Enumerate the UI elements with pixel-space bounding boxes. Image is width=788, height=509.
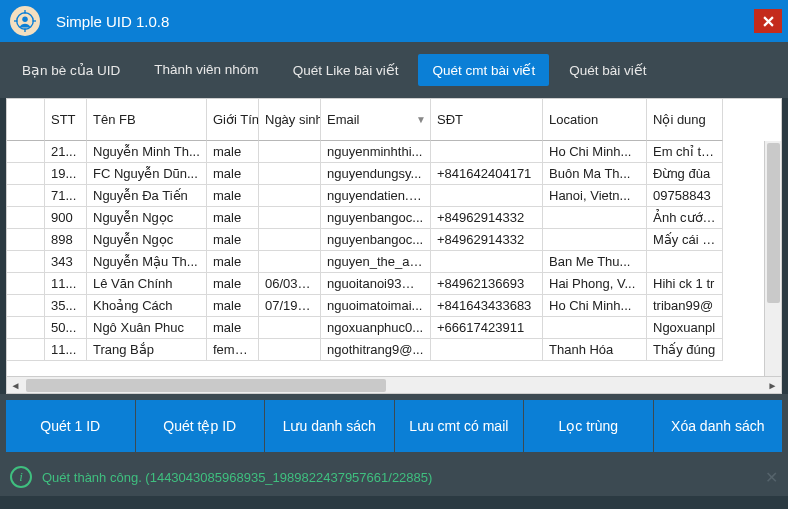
action-quét-tệp-id[interactable]: Quét tệp ID (136, 400, 266, 452)
table-cell: Hihi ck 1 tr (647, 273, 723, 295)
table-cell: 898 (45, 229, 87, 251)
table-cell: Nguyễn Đa Tiến (87, 185, 207, 207)
table-cell: nguyen_the_an... (321, 251, 431, 273)
table-cell: +66617423911 (431, 317, 543, 339)
action-lưu-cmt-có-mail[interactable]: Lưu cmt có mail (395, 400, 525, 452)
table-cell (259, 317, 321, 339)
table-cell (431, 185, 543, 207)
scroll-right-icon[interactable]: ► (764, 377, 781, 394)
tab-quét-like-bài-viết[interactable]: Quét Like bài viết (279, 54, 413, 86)
row-selector[interactable] (7, 185, 45, 207)
table-cell: 09758843 (647, 185, 723, 207)
table-cell: nguyendatien.v... (321, 185, 431, 207)
table-cell: Mấy cái nà (647, 229, 723, 251)
table-cell: nguyendungsy... (321, 163, 431, 185)
table-cell (259, 207, 321, 229)
action-xóa-danh-sách[interactable]: Xóa danh sách (654, 400, 783, 452)
table-cell (259, 339, 321, 361)
table-cell: 50... (45, 317, 87, 339)
column-header[interactable]: Giới Tính (207, 99, 259, 141)
table-cell: Ngô Xuân Phuc (87, 317, 207, 339)
action-lọc-trùng[interactable]: Lọc trùng (524, 400, 654, 452)
table-cell: Thanh Hóa (543, 339, 647, 361)
row-selector[interactable] (7, 229, 45, 251)
table-cell: Nguyễn Mậu Th... (87, 251, 207, 273)
table-cell: 11... (45, 339, 87, 361)
table-cell (543, 207, 647, 229)
column-header[interactable]: SĐT (431, 99, 543, 141)
table-cell: +84962914332 (431, 229, 543, 251)
svg-point-1 (22, 16, 28, 22)
table-cell: Hai Phong, V... (543, 273, 647, 295)
tab-bạn-bè-của-uid[interactable]: Bạn bè của UID (8, 54, 134, 86)
tab-bar: Bạn bè của UIDThành viên nhómQuét Like b… (0, 42, 788, 98)
table-cell: female (207, 339, 259, 361)
table-cell: Khoảng Cách (87, 295, 207, 317)
table-cell: 21... (45, 141, 87, 163)
table-cell: 06/03/1... (259, 273, 321, 295)
column-header[interactable]: Nội dung (647, 99, 723, 141)
action-quét-1-id[interactable]: Quét 1 ID (6, 400, 136, 452)
table-cell: 19... (45, 163, 87, 185)
scroll-left-icon[interactable]: ◄ (7, 377, 24, 394)
table-cell: Buôn Ma Th... (543, 163, 647, 185)
row-selector[interactable] (7, 295, 45, 317)
table-cell: 71... (45, 185, 87, 207)
tab-thành-viên-nhóm[interactable]: Thành viên nhóm (140, 54, 272, 86)
table-cell (431, 141, 543, 163)
tab-quét-bài-viết[interactable]: Quét bài viết (555, 54, 660, 86)
row-selector[interactable] (7, 317, 45, 339)
table-cell: Hanoi, Vietn... (543, 185, 647, 207)
row-selector[interactable] (7, 141, 45, 163)
action-bar: Quét 1 IDQuét tệp IDLưu danh sáchLưu cmt… (0, 394, 788, 460)
row-selector[interactable] (7, 251, 45, 273)
column-header[interactable]: Ngày sinh (259, 99, 321, 141)
horizontal-scrollbar[interactable]: ◄ ► (7, 376, 781, 393)
table-cell: Em chỉ thấ (647, 141, 723, 163)
data-table: STTTên FBGiới TínhNgày sinhEmail▼SĐTLoca… (6, 98, 782, 394)
table-cell: Ho Chi Minh... (543, 141, 647, 163)
table-cell: 11... (45, 273, 87, 295)
column-header[interactable]: STT (45, 99, 87, 141)
column-header[interactable]: Tên FB (87, 99, 207, 141)
column-header[interactable]: Location (543, 99, 647, 141)
table-cell (647, 251, 723, 273)
table-cell (543, 229, 647, 251)
table-cell: +84962914332 (431, 207, 543, 229)
table-cell (431, 339, 543, 361)
table-cell: male (207, 229, 259, 251)
table-cell: ngoxuanphuc0... (321, 317, 431, 339)
table-cell: 35... (45, 295, 87, 317)
table-cell: +841642404171 (431, 163, 543, 185)
row-selector[interactable] (7, 207, 45, 229)
vertical-scrollbar[interactable] (764, 141, 781, 376)
column-header[interactable] (7, 99, 45, 141)
action-lưu-danh-sách[interactable]: Lưu danh sách (265, 400, 395, 452)
tab-quét-cmt-bài-viết[interactable]: Quét cmt bài viết (418, 54, 549, 86)
table-cell: Nguyễn Ngọc (87, 229, 207, 251)
table-cell: Ảnh cưới e (647, 207, 723, 229)
table-cell: FC Nguyễn Dũn... (87, 163, 207, 185)
close-button[interactable] (754, 9, 782, 33)
row-selector[interactable] (7, 163, 45, 185)
table-cell: Ngoxuanpl (647, 317, 723, 339)
table-cell: +841643433683 (431, 295, 543, 317)
row-selector[interactable] (7, 273, 45, 295)
row-selector[interactable] (7, 339, 45, 361)
table-cell: 343 (45, 251, 87, 273)
column-header[interactable]: Email▼ (321, 99, 431, 141)
table-cell: Ho Chi Minh... (543, 295, 647, 317)
table-cell (259, 141, 321, 163)
table-cell (259, 185, 321, 207)
table-cell: male (207, 251, 259, 273)
table-cell: nguyenbangoc... (321, 229, 431, 251)
table-cell: nguoimatoimai... (321, 295, 431, 317)
table-cell: male (207, 185, 259, 207)
table-cell: Đừng đùa (647, 163, 723, 185)
table-cell: Nguyễn Ngọc (87, 207, 207, 229)
app-logo (10, 6, 40, 36)
title-bar: Simple UID 1.0.8 (0, 0, 788, 42)
table-cell: +84962136693 (431, 273, 543, 295)
status-close-button[interactable]: ✕ (765, 468, 778, 487)
table-cell: 900 (45, 207, 87, 229)
